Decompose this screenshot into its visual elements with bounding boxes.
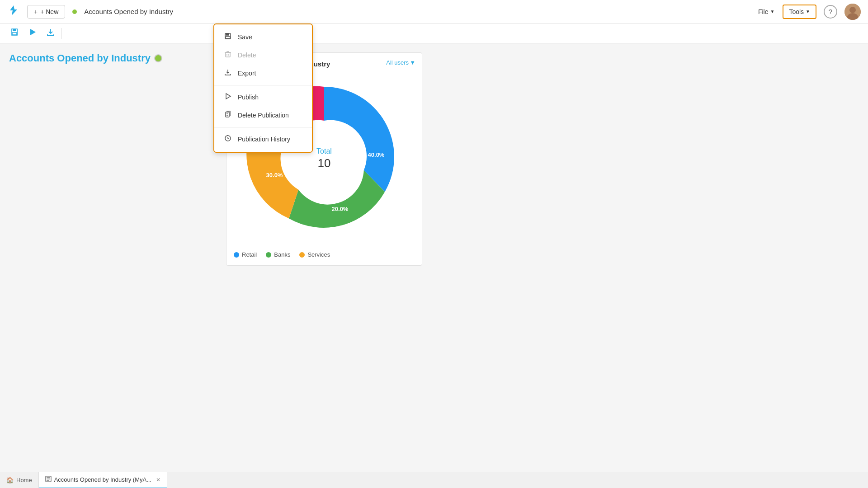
menu-item-publication-history[interactable]: Publication History	[214, 130, 312, 148]
tab-home[interactable]: 🏠 Home	[0, 472, 39, 488]
report-heading: Accounts Opened by Industry	[9, 52, 217, 64]
export-label: Export	[238, 70, 256, 77]
publish-menu-icon	[223, 93, 232, 102]
svg-marker-13	[226, 94, 231, 99]
export-toolbar-button[interactable]	[43, 25, 58, 42]
menu-separator-1	[214, 85, 312, 85]
history-menu-icon	[223, 135, 232, 144]
bottom-tab-bar: 🏠 Home Accounts Opened by Industry (MyA.…	[0, 472, 868, 488]
new-button-label: + New	[40, 8, 58, 15]
delete-label: Delete	[238, 52, 256, 59]
legend-banks-label: Banks	[274, 251, 290, 258]
chart-center-title: Total	[316, 147, 332, 155]
tab-report[interactable]: Accounts Opened by Industry (MyA... ✕	[39, 472, 167, 488]
nav-menu: File ▼ Tools ▼	[752, 5, 816, 19]
chart-center-value: 10	[318, 156, 331, 170]
help-icon[interactable]: ?	[824, 5, 837, 19]
menu-separator-2	[214, 127, 312, 127]
history-label: Publication History	[238, 136, 290, 143]
svg-rect-14	[226, 112, 229, 117]
menu-item-publish[interactable]: Publish	[214, 88, 312, 106]
legend-retail-label: Retail	[242, 251, 257, 258]
svg-rect-4	[13, 29, 16, 31]
save-toolbar-button[interactable]	[7, 25, 22, 42]
export-menu-icon	[223, 69, 232, 78]
menu-item-delete: Delete	[214, 46, 312, 64]
svg-rect-8	[226, 33, 229, 35]
save-label: Save	[238, 33, 252, 41]
plus-icon: +	[34, 8, 38, 15]
svg-point-1	[849, 7, 856, 13]
left-panel: Accounts Opened by Industry	[9, 52, 217, 463]
menu-item-save[interactable]: Save	[214, 28, 312, 46]
top-nav-bar: + + New Accounts Opened by Industry File…	[0, 0, 868, 23]
services-pct-label: 30.0%	[266, 172, 283, 178]
file-label: File	[758, 8, 769, 15]
home-tab-label: Home	[16, 477, 32, 483]
toolbar	[0, 23, 868, 43]
publish-label: Publish	[238, 94, 259, 101]
main-content: Accounts Opened by Industry Accounts Ope…	[0, 43, 868, 472]
tab-close-button[interactable]: ✕	[156, 477, 160, 483]
svg-marker-6	[30, 29, 36, 35]
new-button[interactable]: + + New	[27, 5, 65, 19]
menu-item-export[interactable]: Export	[214, 64, 312, 82]
file-menu-item[interactable]: File ▼	[752, 5, 781, 19]
chart-legend: Retail Banks Services	[234, 251, 415, 258]
toolbar-divider	[61, 28, 62, 39]
tools-chevron-icon: ▼	[806, 9, 810, 14]
svg-rect-9	[226, 37, 230, 38]
all-users-label: All users	[386, 59, 409, 66]
delete-pub-menu-icon	[223, 111, 232, 120]
legend-services: Services	[299, 251, 330, 258]
legend-banks: Banks	[266, 251, 290, 258]
all-users-chevron-icon: ▼	[410, 59, 415, 66]
heading-status-dot[interactable]	[154, 54, 162, 62]
all-users-button[interactable]: All users ▼	[386, 59, 415, 66]
report-heading-text: Accounts Opened by Industry	[9, 52, 151, 64]
file-chevron-icon: ▼	[770, 9, 775, 14]
retail-pct-label: 40.0%	[368, 151, 385, 158]
home-tab-icon: 🏠	[6, 477, 14, 483]
legend-retail: Retail	[234, 251, 257, 258]
run-toolbar-button[interactable]	[25, 25, 40, 42]
report-tab-label: Accounts Opened by Industry (MyA...	[54, 476, 151, 483]
legend-retail-dot	[234, 252, 239, 258]
svg-rect-10	[226, 52, 230, 57]
legend-services-label: Services	[307, 251, 330, 258]
svg-rect-5	[12, 33, 17, 35]
tools-menu-item[interactable]: Tools ▼	[783, 5, 816, 19]
status-indicator	[72, 9, 77, 14]
delete-pub-label: Delete Publication	[238, 112, 289, 119]
banks-pct-label: 20.0%	[332, 206, 349, 212]
save-menu-icon	[223, 33, 232, 42]
app-logo-icon[interactable]	[7, 4, 20, 19]
legend-services-dot	[299, 252, 305, 258]
menu-item-delete-publication[interactable]: Delete Publication	[214, 106, 312, 124]
delete-menu-icon	[223, 51, 232, 60]
file-dropdown-menu: Save Delete Export Publish	[213, 23, 313, 153]
nav-report-title: Accounts Opened by Industry	[84, 8, 173, 15]
report-tab-icon	[45, 476, 52, 483]
tools-label: Tools	[789, 8, 804, 15]
user-avatar[interactable]	[844, 4, 861, 20]
legend-banks-dot	[266, 252, 271, 258]
